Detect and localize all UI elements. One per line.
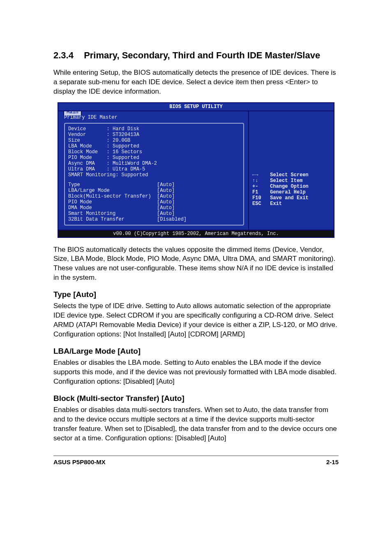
bios-help-row: ↑↓ Select Item xyxy=(252,178,330,184)
bios-info-row: Vendor : ST320413A xyxy=(68,132,240,138)
intro-paragraph: While entering Setup, the BIOS automatic… xyxy=(53,68,339,97)
bios-option-row[interactable]: Block(Multi-sector Transfer) [Auto] xyxy=(68,193,240,199)
footer-right: 2-15 xyxy=(326,458,339,465)
type-heading: Type [Auto] xyxy=(53,290,339,299)
bios-help-row: ←→ Select Screen xyxy=(252,172,330,178)
bios-option-row[interactable]: Smart Monitoring [Auto] xyxy=(68,211,240,216)
bios-option-row[interactable]: 32Bit Data Transfer [Disabled] xyxy=(68,216,240,222)
page-footer: ASUS P5P800-MX 2-15 xyxy=(53,458,339,465)
section-number: 2.3.4 xyxy=(53,49,81,62)
footer-rule xyxy=(53,456,339,456)
bios-utility-title: BIOS SETUP UTILITY xyxy=(58,103,334,111)
block-heading: Block (Multi-sector Transfer) [Auto] xyxy=(53,394,339,403)
bios-help-row: F1 General Help xyxy=(252,189,330,195)
section-title: Primary, Secondary, Third and Fourth IDE… xyxy=(84,49,326,62)
type-body: Selects the type of IDE drive. Setting t… xyxy=(53,302,339,339)
bios-help-panel: ←→ Select Screen↑↓ Select Item+- Change … xyxy=(249,111,334,230)
footer-left: ASUS P5P800-MX xyxy=(53,458,106,465)
bios-info-row: Size : 20.0GB xyxy=(68,138,240,143)
bios-help-row: +- Change Option xyxy=(252,184,330,189)
bios-help-row: ESC Exit xyxy=(252,201,330,207)
bios-option-row[interactable]: PIO Mode [Auto] xyxy=(68,199,240,205)
block-body: Enables or disables data multi-sectors t… xyxy=(53,405,339,443)
lba-heading: LBA/Large Mode [Auto] xyxy=(53,347,339,356)
lba-body: Enables or disables the LBA mode. Settin… xyxy=(53,358,339,387)
after-bios-paragraph: The BIOS automatically detects the value… xyxy=(53,245,339,283)
section-heading: 2.3.4 Primary, Secondary, Third and Four… xyxy=(53,49,339,62)
bios-info-row: LBA Mode : Supported xyxy=(68,143,240,149)
bios-option-row[interactable]: DMA Mode [Auto] xyxy=(68,205,240,211)
bios-info-row: Ultra DMA : Ultra DMA-5 xyxy=(68,166,240,172)
bios-info-row: PIO Mode : Supported xyxy=(68,155,240,161)
bios-info-row: SMART Monitoring: Supported xyxy=(68,172,240,178)
bios-help-row: F10 Save and Exit xyxy=(252,195,330,201)
bios-info-panel: Device : Hard DiskVendor : ST320413ASize… xyxy=(64,123,244,226)
bios-screen-title: Primary IDE Master xyxy=(64,115,244,120)
bios-info-row: Async DMA : MultiWord DMA-2 xyxy=(68,161,240,166)
bios-option-row[interactable]: LBA/Large Mode [Auto] xyxy=(68,188,240,193)
bios-info-row: Block Mode : 16 Sectors xyxy=(68,149,240,155)
bios-option-row[interactable]: Type [Auto] xyxy=(68,182,240,188)
bios-footer: v00.00 (C)Copyright 1985-2002, American … xyxy=(58,230,334,237)
bios-info-row: Device : Hard Disk xyxy=(68,126,240,132)
bios-screenshot: Main BIOS SETUP UTILITY Primary IDE Mast… xyxy=(58,102,334,238)
